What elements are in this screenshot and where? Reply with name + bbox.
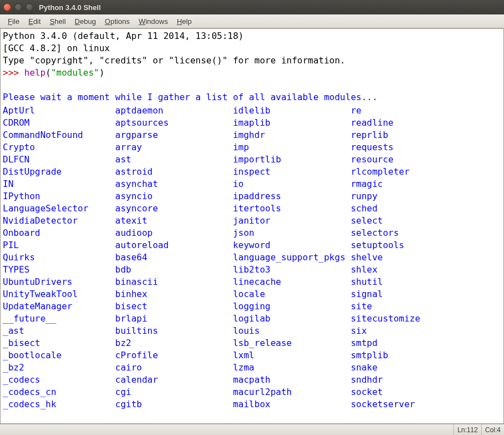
editor-area[interactable]: Python 3.4.0 (default, Apr 11 2014, 13:0…: [0, 28, 504, 424]
module-name: bdb: [115, 264, 233, 276]
module-name: TYPES: [3, 264, 115, 276]
module-name: signal: [351, 288, 383, 300]
menu-help-rest: elp: [182, 17, 192, 26]
module-name: UnityTweakTool: [3, 288, 115, 300]
module-name: asyncore: [115, 202, 233, 215]
module-name: bisect: [115, 300, 233, 313]
module-name: imghdr: [233, 129, 351, 141]
module-name: __future__: [3, 313, 115, 325]
module-name: idlelib: [233, 105, 351, 117]
close-icon[interactable]: [3, 3, 11, 11]
module-name: _codecs: [3, 374, 115, 386]
module-name: _bisect: [3, 337, 115, 349]
module-name: socketserver: [351, 398, 415, 411]
menu-options[interactable]: Options: [101, 16, 134, 27]
module-name: shlex: [351, 264, 377, 276]
module-name: aptdaemon: [115, 105, 233, 117]
module-name: astroid: [115, 166, 233, 178]
module-name: _bootlocale: [3, 349, 115, 362]
module-row: _codecs_cn cgi macurl2path socket: [3, 386, 501, 398]
module-name: lib2to3: [233, 264, 351, 276]
module-row: _bz2 cairo lzma snake: [3, 362, 501, 374]
module-name: binascii: [115, 276, 233, 288]
menu-windows-rest: indows: [146, 17, 168, 26]
module-row: _codecs calendar macpath sndhdr: [3, 374, 501, 386]
menu-edit[interactable]: Edit: [24, 16, 45, 27]
terminal-output: Python 3.4.0 (default, Apr 11 2014, 13:0…: [1, 29, 503, 105]
module-name: cgitb: [115, 398, 233, 411]
module-name: UbuntuDrivers: [3, 276, 115, 288]
module-row: UpdateManager bisect logging site: [3, 300, 501, 313]
module-name: io: [233, 178, 351, 190]
module-name: requests: [351, 141, 393, 154]
status-line: Ln: 112: [453, 424, 481, 435]
module-name: cgi: [115, 386, 233, 398]
module-row: UbuntuDrivers binascii linecache shutil: [3, 276, 501, 288]
module-name: array: [115, 141, 233, 154]
module-name: lxml: [233, 349, 351, 362]
module-name: reprlib: [351, 129, 388, 141]
module-row: DLFCN ast importlib resource: [3, 154, 501, 166]
status-bar: Ln: 112 Col: 4: [0, 424, 504, 435]
module-name: rmagic: [351, 178, 383, 190]
menu-file[interactable]: File: [3, 16, 24, 27]
module-name: macurl2path: [233, 386, 351, 398]
module-row: PIL autoreload keyword setuptools: [3, 239, 501, 251]
module-name: selectors: [351, 227, 399, 239]
module-row: _codecs_hk cgitb mailbox socketserver: [3, 398, 501, 411]
module-name: lsb_release: [233, 337, 351, 349]
module-row: Onboard audioop json selectors: [3, 227, 501, 239]
status-line-label: Ln:: [457, 426, 467, 434]
module-row: DistUpgrade astroid inspect rlcompleter: [3, 166, 501, 178]
module-row: Quirks base64 language_support_pkgs shel…: [3, 251, 501, 264]
menu-windows[interactable]: Windows: [134, 16, 172, 27]
module-name: UpdateManager: [3, 300, 115, 313]
menu-shell-rest: hell: [54, 17, 66, 26]
module-name: snake: [351, 362, 377, 374]
module-name: language_support_pkgs: [233, 251, 351, 264]
module-name: PIL: [3, 239, 115, 251]
module-name: runpy: [351, 190, 377, 202]
window-controls: [3, 3, 33, 11]
module-name: inspect: [233, 166, 351, 178]
module-name: _ast: [3, 325, 115, 337]
module-name: macpath: [233, 374, 351, 386]
module-name: _bz2: [3, 362, 115, 374]
module-name: asynchat: [115, 178, 233, 190]
module-name: DistUpgrade: [3, 166, 115, 178]
modules-list: AptUrl aptdaemon idlelib reCDROM aptsour…: [1, 105, 503, 411]
module-name: resource: [351, 154, 393, 166]
module-name: DLFCN: [3, 154, 115, 166]
window-title: Python 3.4.0 Shell: [39, 3, 101, 12]
module-name: aptsources: [115, 117, 233, 129]
module-name: asyncio: [115, 190, 233, 202]
module-name: CDROM: [3, 117, 115, 129]
module-row: Crypto array imp requests: [3, 141, 501, 154]
module-row: UnityTweakTool binhex locale signal: [3, 288, 501, 300]
prompt-paren-open: (: [46, 67, 51, 78]
module-name: calendar: [115, 374, 233, 386]
module-name: IPython: [3, 190, 115, 202]
menu-help[interactable]: Help: [172, 16, 196, 27]
prompt-marker: >>>: [3, 67, 24, 78]
maximize-icon[interactable]: [26, 3, 33, 11]
module-name: re: [351, 105, 361, 117]
module-row: CommandNotFound argparse imghdr reprlib: [3, 129, 501, 141]
module-name: shelve: [351, 251, 383, 264]
module-name: bz2: [115, 337, 233, 349]
module-name: builtins: [115, 325, 233, 337]
module-name: smtplib: [351, 349, 388, 362]
minimize-icon[interactable]: [14, 3, 22, 11]
menu-edit-rest: dit: [33, 17, 41, 26]
banner-line-2: [GCC 4.8.2] on linux: [3, 43, 110, 53]
module-name: AptUrl: [3, 105, 115, 117]
menu-debug[interactable]: Debug: [70, 16, 100, 27]
module-row: __future__ brlapi logilab sitecustomize: [3, 313, 501, 325]
menu-shell[interactable]: Shell: [45, 16, 70, 27]
prompt-fn: help: [24, 67, 46, 78]
module-name: sched: [351, 202, 377, 215]
menu-debug-rest: ebug: [80, 17, 96, 26]
module-name: site: [351, 300, 372, 313]
module-name: smtpd: [351, 337, 377, 349]
module-row: IPython asyncio ipaddress runpy: [3, 190, 501, 202]
